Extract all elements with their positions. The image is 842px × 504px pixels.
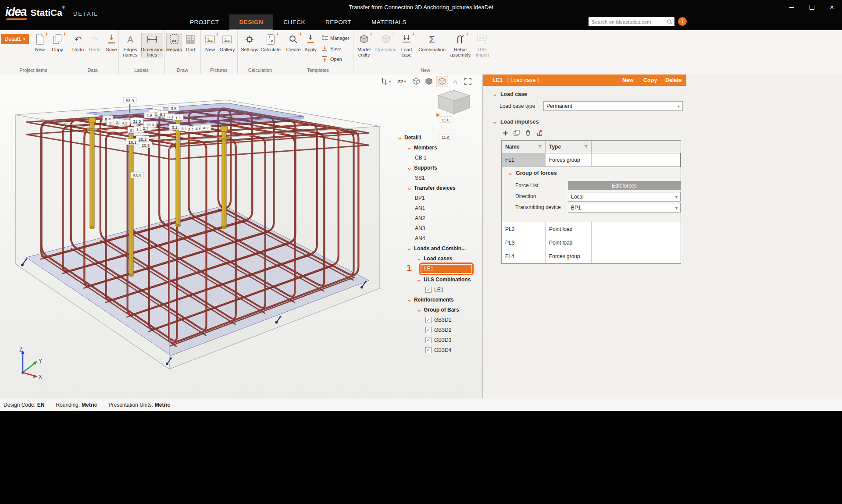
template-manager-button[interactable]: Manager [321,34,349,43]
chevron-down-icon[interactable]: ⌄ [492,92,497,96]
template-save-button[interactable]: Save [321,44,341,53]
tree-item-an4[interactable]: AN4 [394,233,482,243]
tree-item-transfer-devices[interactable]: ⌄Transfer devices [394,183,482,193]
maximize-button[interactable] [802,0,822,14]
rebars-button[interactable]: Rebars [166,33,182,52]
table-row-pl3[interactable]: PL3 Point load [502,236,681,250]
column-header-type[interactable]: Type [546,141,592,153]
apply-template-button[interactable]: Apply [302,33,319,52]
chevron-down-icon[interactable]: ⌄ [508,171,513,175]
manager-icon [321,35,328,41]
load-case-name-input[interactable]: LE1 [421,265,471,273]
tree-item-detail1[interactable]: ⌄Detail1 [394,132,482,142]
tab-report[interactable]: REPORT [315,14,361,30]
section-group-of-forces[interactable]: ⌄ Group of forces [508,170,557,176]
create-template-button[interactable]: + Create [285,33,302,52]
tree-item-uls-combinations[interactable]: ⌄ULS Combinations [394,274,482,284]
tree-item-gb3d3[interactable]: ✓GB3D3 [394,335,482,345]
chevron-down-icon[interactable]: ⌄ [417,278,424,281]
checkbox-checked[interactable]: ✓ [425,337,432,343]
tab-project[interactable]: PROJECT [180,14,229,30]
filter-icon[interactable] [538,145,542,149]
edges-names-button[interactable]: A Edges names [120,33,140,57]
tree-item-gb3d2[interactable]: ✓GB3D2 [394,325,482,335]
checkbox-checked[interactable]: ✓ [425,287,432,293]
new-load-case-button[interactable]: New [622,75,634,86]
tree-item-gb3d1[interactable]: ✓GB3D1 [394,315,482,325]
chevron-down-icon[interactable]: ⌄ [417,257,424,260]
row-type: Point load [546,222,592,236]
table-row-pl2[interactable]: PL2 Point load [502,222,681,236]
tree-item-gb3d4[interactable]: ✓GB3D4 [394,345,482,355]
tree-item-load-cases[interactable]: ⌄Load cases [394,253,482,263]
delete-load-case-button[interactable]: Delete [665,75,682,86]
copy-load-case-button[interactable]: Copy [643,75,657,86]
new-picture-button[interactable]: + New [202,33,218,52]
copy-load-impulse-button[interactable] [513,129,521,137]
direction-select[interactable]: Local ▾ [568,192,681,202]
tab-materials[interactable]: MATERIALS [361,14,417,30]
chevron-down-icon[interactable]: ⌄ [397,136,404,139]
delete-load-impulse-button[interactable] [524,129,532,137]
tree-item-ss1[interactable]: SS1 [394,173,482,183]
settings-button[interactable]: Settings [240,33,259,52]
chevron-down-icon[interactable]: ⌄ [407,298,414,302]
section-load-impulses[interactable]: ⌄ Load impulses [492,119,539,125]
tree-item-supports[interactable]: ⌄Supports [394,163,482,173]
chevron-down-icon[interactable]: ⌄ [407,247,414,250]
checkbox-checked[interactable]: ✓ [425,347,432,353]
new-combination-button[interactable]: Σ Combination [419,33,445,52]
undo-button[interactable]: ↶ Undo [70,33,86,52]
tree-item-cb1[interactable]: CB 1 [394,153,482,163]
info-button[interactable]: i [678,17,687,26]
copy-project-item-button[interactable]: + Copy [49,33,66,52]
chevron-down-icon[interactable]: ⌄ [407,166,414,170]
new-rebar-assembly-button[interactable]: + Rebar assembly [449,33,472,57]
grid-button[interactable]: Grid [183,33,198,52]
column-header-name[interactable]: Name [502,141,546,153]
dimension-lines-button[interactable]: Dimension lines [141,33,163,57]
chevron-down-icon[interactable]: ⌄ [492,120,497,124]
tree-item-members[interactable]: ⌄Members [394,142,482,153]
checkbox-checked[interactable]: ✓ [425,327,432,333]
plus-icon: + [63,31,66,37]
delete-all-load-impulses-button[interactable] [535,129,543,137]
gallery-button[interactable]: Gallery [219,33,235,52]
new-project-item-button[interactable]: + New [32,33,48,52]
table-row-fl4[interactable]: FL4 Forces group [502,249,681,263]
table-row-fl1[interactable]: FL1 Forces group [502,153,681,167]
transmitting-device-select[interactable]: BP1 ▾ [568,203,681,213]
close-button[interactable]: × [822,0,842,14]
search-input[interactable]: Search on ideastatica.com [589,17,674,26]
new-model-entity-button[interactable]: + Model entity [354,33,374,57]
chevron-down-icon[interactable]: ⌄ [407,186,414,190]
tree-item-loads-and-combinations[interactable]: ⌄Loads and Combin... [394,243,482,253]
calculate-button[interactable]: + Calculate [260,33,281,52]
tree-item-bp1[interactable]: BP1 [394,193,482,203]
detail-selector[interactable]: Detail1 ▾ [1,34,29,44]
tree-item-an1[interactable]: AN1 [394,203,482,213]
logo-idea: idea [5,5,26,18]
section-load-case[interactable]: ⌄ Load case [492,91,527,97]
chevron-down-icon[interactable]: ⌄ [407,146,414,149]
load-case-type-select[interactable]: Permanent ▾ [543,101,683,111]
crop-view-button[interactable]: ▾ [378,76,393,87]
tab-check[interactable]: CHECK [273,14,315,30]
new-load-case-button[interactable]: + Load case [397,33,416,57]
minimize-button[interactable] [781,0,802,14]
save-button[interactable]: Save [103,33,119,52]
plus-icon: + [465,31,469,37]
checkbox-checked[interactable]: ✓ [425,317,432,323]
template-open-button[interactable]: Open [321,55,342,64]
dimension-label: 3.1 [169,124,180,130]
tree-item-an3[interactable]: AN3 [394,223,482,233]
tree-item-an2[interactable]: AN2 [394,213,482,223]
tree-item-reinforcements[interactable]: ⌄Reinforcements [394,295,482,305]
tab-design[interactable]: DESIGN [229,14,274,30]
edit-forces-button[interactable]: Edit forces [568,181,681,190]
chevron-down-icon[interactable]: ⌄ [417,308,424,312]
tree-item-group-of-bars[interactable]: ⌄Group of Bars [394,305,482,315]
tree-item-uls-le1[interactable]: ✓LE1 [394,284,482,295]
filter-icon[interactable] [584,145,589,149]
add-load-impulse-button[interactable] [501,129,509,137]
